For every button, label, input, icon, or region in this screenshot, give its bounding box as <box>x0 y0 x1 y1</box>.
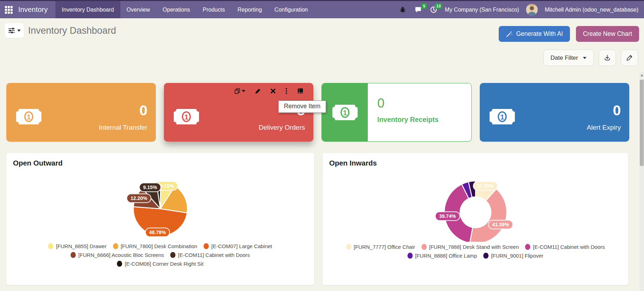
navbar-systray: 5 13 My Company (San Francisco) Mitchell… <box>399 1 644 18</box>
debug-icon[interactable] <box>399 6 407 14</box>
scroll-up-arrow-icon[interactable] <box>640 74 643 76</box>
legend-color-dot <box>525 244 530 250</box>
generate-with-ai-label: Generate With AI <box>516 30 563 38</box>
date-filter-dropdown[interactable]: Date Filter <box>543 50 594 66</box>
svg-text:1: 1 <box>500 113 504 121</box>
legend-label: [E-COM06] Corner Desk Right Sit <box>125 261 203 267</box>
activities-badge: 13 <box>435 3 442 9</box>
pencil-icon <box>255 88 261 94</box>
chart-title: Open Outward <box>6 153 314 167</box>
chart-panel-open-outward: Open Outward 9.15%48.78%12.20%9.15% [FUR… <box>6 153 314 285</box>
scrollbar-thumb[interactable] <box>640 80 644 166</box>
legend-item[interactable]: [E-COM11] Cabinet with Doors <box>525 244 605 250</box>
kpi-card-internal-transfer[interactable]: 1 0 Internal Transfer <box>6 83 156 142</box>
activities-icon[interactable]: 13 <box>430 6 438 14</box>
chart-legend: [FURN_7777] Office Chair[FURN_7888] Desk… <box>340 244 611 259</box>
journal-button[interactable] <box>297 88 304 94</box>
edit-item-button[interactable] <box>255 88 261 94</box>
company-switcher[interactable]: My Company (San Francisco) <box>445 7 519 13</box>
legend-item[interactable]: [E-COM07] Large Cabinet <box>204 243 272 249</box>
nav-item-operations[interactable]: Operations <box>156 1 196 18</box>
legend-color-dot <box>117 261 122 267</box>
money-bill-icon: 1 <box>16 109 41 124</box>
slice-percentage-label: 41.39% <box>488 220 513 229</box>
legend-color-dot <box>71 252 76 258</box>
legend-item[interactable]: [FURN_7888] Desk Stand with Screen <box>421 244 519 250</box>
chart-title: Open Inwards <box>323 153 628 167</box>
kpi-value: 0 <box>99 103 147 118</box>
svg-text:1: 1 <box>27 113 31 121</box>
legend-item[interactable]: [FURN_9001] Flipover <box>483 253 543 259</box>
legend-color-dot <box>407 253 413 259</box>
create-new-chart-label: Create New Chart <box>583 30 632 38</box>
kpi-value: 0 <box>587 103 621 118</box>
legend-color-dot <box>113 243 118 249</box>
apps-grid-icon[interactable] <box>5 6 13 14</box>
money-bill-icon: 1 <box>332 105 358 120</box>
legend-label: [FURN_9001] Flipover <box>491 253 543 259</box>
messages-icon[interactable]: 5 <box>414 6 423 14</box>
kpi-card-alert-expiry[interactable]: 1 0 Alert Expiry <box>480 83 629 142</box>
legend-item[interactable]: [FURN_7777] Office Chair <box>346 244 415 250</box>
legend-item[interactable]: [E-COM06] Corner Desk Right Sit <box>117 261 203 267</box>
dashboard-options-button[interactable] <box>5 23 24 38</box>
legend-label: [FURN_8855] Drawer <box>56 243 106 249</box>
legend-item[interactable]: [FURN_8855] Drawer <box>48 243 106 249</box>
legend-item[interactable]: [FURN_7800] Desk Combination <box>113 243 197 249</box>
chart-panels-row: Open Outward 9.15%48.78%12.20%9.15% [FUR… <box>6 153 628 285</box>
nav-item-inventory-dashboard[interactable]: Inventory Dashboard <box>55 1 120 18</box>
legend-label: [FURN_7800] Desk Combination <box>121 243 197 249</box>
kpi-label: Internal Transfer <box>99 124 147 131</box>
kpi-label: Alert Expiry <box>587 124 621 131</box>
remove-item-button[interactable] <box>270 88 276 94</box>
slice-percentage-label: 12.20% <box>126 193 151 203</box>
sliders-icon <box>8 27 15 34</box>
legend-label: [E-COM11] Cabinet with Doors <box>533 244 605 250</box>
svg-text:1: 1 <box>343 109 347 117</box>
kpi-card-delivery-orders[interactable]: Remove Item 1 3 Delivery Orders <box>164 83 313 142</box>
top-navbar: Inventory Inventory DashboardOverviewOpe… <box>0 0 644 18</box>
chart-panel-open-inwards: Open Inwards 11.59%41.39%39.74% [FURN_77… <box>323 153 628 285</box>
legend-color-dot <box>483 253 489 259</box>
duplicate-item-button[interactable] <box>234 88 245 94</box>
slice-percentage-label: 39.74% <box>435 211 460 221</box>
kpi-cards-row: 1 0 Internal Transfer <box>6 83 629 142</box>
slice-percentage-label: 9.15% <box>139 182 161 192</box>
app-name[interactable]: Inventory <box>18 6 48 14</box>
card-toolbar <box>234 88 304 94</box>
kpi-label: Inventory Receipts <box>377 116 438 124</box>
legend-label: [FURN_7777] Office Chair <box>354 244 415 250</box>
svg-text:1: 1 <box>184 113 188 121</box>
more-options-button[interactable] <box>285 88 287 94</box>
download-icon <box>604 54 611 62</box>
vertical-scrollbar[interactable] <box>639 72 644 291</box>
legend-color-dot <box>204 243 209 249</box>
download-button[interactable] <box>599 50 616 66</box>
legend-item[interactable]: [FURN_6666] Acoustic Bloc Screens <box>71 252 164 258</box>
user-menu[interactable]: Mitchell Admin (odoo_new_database) <box>545 7 638 13</box>
edit-layout-button[interactable] <box>621 50 638 66</box>
chevron-down-icon <box>242 90 245 92</box>
create-new-chart-button[interactable]: Create New Chart <box>576 26 639 42</box>
legend-item[interactable]: [FURN_8888] Office Lamp <box>407 253 477 259</box>
nav-item-products[interactable]: Products <box>197 1 231 18</box>
book-icon <box>297 88 304 94</box>
kebab-menu-icon <box>285 88 287 94</box>
pie-chart-open-outward: 9.15%48.78%12.20%9.15% <box>27 167 294 241</box>
kpi-value: 0 <box>377 97 438 110</box>
date-filter-label: Date Filter <box>551 54 578 62</box>
kpi-icon-panel: 1 <box>322 83 368 141</box>
legend-label: [E-COM07] Large Cabinet <box>211 243 272 249</box>
nav-item-configuration[interactable]: Configuration <box>268 1 314 18</box>
nav-item-overview[interactable]: Overview <box>120 1 157 18</box>
legend-item[interactable]: [E-COM11] Cabinet with Doors <box>170 252 250 258</box>
nav-item-reporting[interactable]: Reporting <box>231 1 268 18</box>
kpi-card-inventory-receipts[interactable]: 1 0 Inventory Receipts <box>321 83 472 142</box>
pencil-icon <box>626 54 633 62</box>
generate-with-ai-button[interactable]: Generate With AI <box>499 26 570 42</box>
user-avatar[interactable] <box>526 4 538 15</box>
navbar-brand: Inventory <box>0 1 55 18</box>
legend-label: [E-COM11] Cabinet with Doors <box>178 252 250 258</box>
legend-label: [FURN_8888] Office Lamp <box>415 253 477 259</box>
tooltip-remove-item: Remove Item <box>278 101 326 113</box>
